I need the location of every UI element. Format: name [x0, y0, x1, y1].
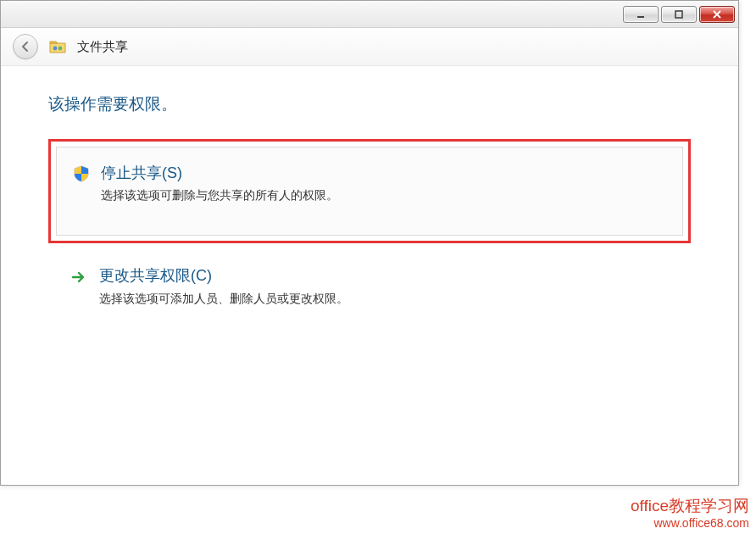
change-permissions-option[interactable]: 更改共享权限(C) 选择该选项可添加人员、删除人员或更改权限。: [48, 253, 691, 332]
svg-point-3: [58, 47, 63, 51]
change-permissions-title: 更改共享权限(C): [99, 265, 348, 286]
content-area: 该操作需要权限。 停止共享(S) 选择该选项可删除与您共享的所有人的权限。: [1, 66, 738, 350]
minimize-button[interactable]: [623, 6, 659, 23]
watermark-text-1: office教程学习网: [631, 496, 749, 516]
close-button[interactable]: [699, 6, 735, 23]
titlebar: [1, 1, 738, 28]
uac-shield-icon: [72, 164, 91, 183]
watermark: office教程学习网 www.office68.com: [631, 496, 749, 531]
stop-sharing-text: 停止共享(S) 选择该选项可删除与您共享的所有人的权限。: [101, 163, 338, 204]
stop-sharing-option[interactable]: 停止共享(S) 选择该选项可删除与您共享的所有人的权限。: [56, 147, 683, 236]
back-button[interactable]: [13, 34, 38, 59]
window-title: 文件共享: [77, 39, 128, 55]
change-permissions-text: 更改共享权限(C) 选择该选项可添加人员、删除人员或更改权限。: [99, 265, 348, 307]
toolbar: 文件共享: [1, 28, 738, 66]
change-permissions-desc: 选择该选项可添加人员、删除人员或更改权限。: [99, 290, 348, 308]
svg-rect-0: [637, 16, 644, 18]
maximize-button[interactable]: [661, 6, 697, 23]
back-arrow-icon: [19, 40, 32, 53]
stop-sharing-title: 停止共享(S): [101, 163, 338, 183]
arrow-right-icon: [70, 269, 87, 286]
svg-point-2: [53, 47, 58, 51]
page-heading: 该操作需要权限。: [48, 93, 691, 115]
watermark-text-2: www.office68.com: [631, 516, 749, 531]
stop-sharing-desc: 选择该选项可删除与您共享的所有人的权限。: [101, 186, 338, 204]
highlight-box: 停止共享(S) 选择该选项可删除与您共享的所有人的权限。: [48, 139, 691, 243]
file-sharing-icon: [48, 37, 67, 56]
dialog-window: 文件共享 该操作需要权限。 停止共享(S) 选择该选项可删除与您共享的所有人的权…: [0, 0, 739, 486]
svg-rect-1: [675, 11, 682, 18]
